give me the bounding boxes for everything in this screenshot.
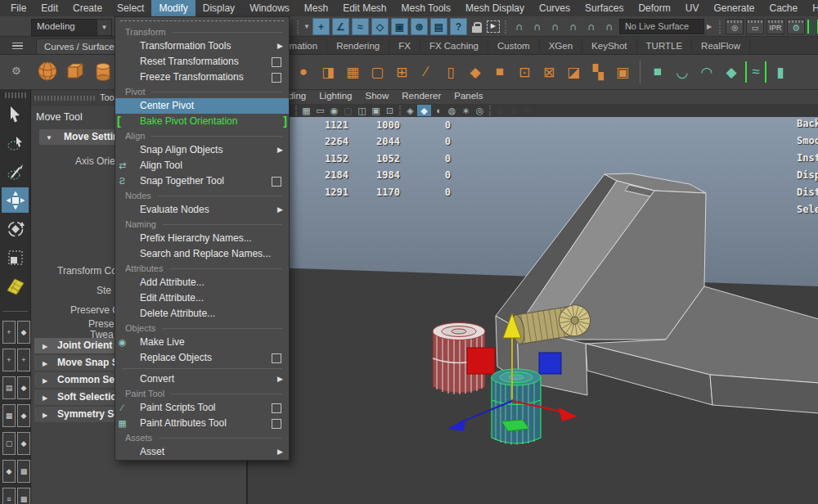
menubar-item-curves[interactable]: Curves (532, 0, 578, 16)
menubar-item-display[interactable]: Display (196, 0, 242, 16)
snap-icon[interactable]: ∩ (565, 20, 581, 33)
menu-item-snap-together-tool[interactable]: ƧSnap Together Tool (115, 173, 289, 189)
shelf-tab-fx-caching[interactable]: FX Caching (420, 38, 488, 53)
menubar-item-mesh-tools[interactable]: Mesh Tools (394, 0, 458, 16)
viewport-toolbar-icon[interactable]: ▣ (369, 105, 383, 116)
menubar-item-generate[interactable]: Generate (706, 0, 762, 16)
viewport-panel[interactable]: ShadingLightingShowRendererPanels ◭+≈▦▭◉… (247, 90, 818, 504)
menu-item-freeze-transformations[interactable]: Freeze Transformations (115, 70, 289, 85)
selection-mask-icon[interactable]: ⊛ (411, 18, 428, 35)
menubar-item-help[interactable]: Help (805, 0, 818, 16)
shelf-icon[interactable]: ◠ (696, 61, 717, 83)
red-face-patch[interactable] (467, 348, 495, 374)
option-box[interactable] (272, 419, 281, 429)
menu-item-edit-attribute[interactable]: Edit Attribute... (115, 290, 289, 306)
option-box[interactable] (272, 57, 281, 67)
shelf-icon[interactable]: ≈ (745, 61, 766, 83)
menu-item-transformation-tools[interactable]: Transformation Tools▶ (115, 38, 289, 54)
status-dropdown-arrow[interactable]: ▼ (303, 23, 310, 30)
viewport-toolbar-icon[interactable]: ⊡ (383, 105, 397, 116)
menu-item-reset-transformations[interactable]: Reset Transformations (115, 54, 289, 70)
menu-item-paint-attributes-tool[interactable]: ▦Paint Attributes Tool (115, 416, 289, 431)
move-tool[interactable] (2, 187, 29, 213)
shelf-tab-xgen[interactable]: XGen (540, 38, 582, 53)
shelf-tab-keyshot[interactable]: KeyShot (582, 38, 636, 53)
shelf-tab-realflow[interactable]: RealFlow (692, 38, 750, 53)
option-box[interactable] (272, 177, 281, 187)
scale-tool[interactable] (2, 245, 29, 270)
viewport-3d-scene[interactable]: 1121100002264204401152105202184198401291… (248, 117, 818, 504)
toolbox-drag-handle[interactable] (5, 92, 26, 98)
snap-icon[interactable]: ∩ (529, 20, 545, 33)
viewport-toolbar-icon[interactable]: ◖ (431, 105, 445, 116)
viewport-toolbar-icon[interactable]: ◌ (507, 105, 521, 116)
shelf-tab-turtle[interactable]: TURTLE (637, 38, 693, 53)
menu-item-evaluate-nodes[interactable]: Evaluate Nodes▶ (115, 202, 289, 218)
shelf-icon[interactable]: ⊞ (391, 61, 412, 83)
menubar-item-windows[interactable]: Windows (242, 0, 297, 16)
quick-layout-button[interactable]: + (2, 349, 16, 371)
viewport-menu-lighting[interactable]: Lighting (319, 91, 352, 101)
status-overflow-arrow[interactable]: ▶ (707, 23, 712, 30)
menu-item-paint-scripts-tool[interactable]: ∕Paint Scripts Tool (115, 400, 289, 416)
option-box[interactable] (272, 73, 281, 83)
sidebar-toggle-icon[interactable] (807, 20, 818, 34)
render-view-icon[interactable]: ◎ (726, 19, 744, 34)
shelf-icon[interactable]: ◪ (563, 61, 584, 83)
menubar-item-uv[interactable]: UV (678, 0, 707, 16)
shelf-tab-curves-surfaces[interactable]: Curves / Surfaces (36, 38, 127, 54)
shelf-icon[interactable]: ⊡ (514, 61, 535, 83)
quick-layout-button[interactable]: ◆ (17, 432, 30, 455)
selection-mask-icon[interactable]: ▤ (430, 18, 447, 35)
lasso-select-tool[interactable] (2, 130, 29, 155)
viewport-toolbar-icon[interactable]: ▢ (341, 105, 355, 116)
rotate-tool[interactable] (2, 216, 29, 241)
menubar-item-modify[interactable]: Modify (151, 0, 195, 16)
quick-layout-button[interactable]: ▢ (2, 432, 16, 455)
option-box[interactable] (272, 353, 281, 363)
shelf-icon[interactable]: ▦ (342, 61, 363, 83)
selection-mask-icon[interactable]: + (312, 18, 330, 35)
last-tool-used[interactable] (2, 273, 29, 299)
viewport-toolbar-icon[interactable]: ◌ (521, 105, 535, 116)
menu-item-convert[interactable]: Convert▶ (115, 371, 289, 387)
selection-mask-icon[interactable]: ≈ (352, 18, 369, 35)
menu-item-replace-objects[interactable]: Replace Objects (115, 350, 289, 366)
menubar-item-select[interactable]: Select (110, 0, 151, 16)
shelf-icon[interactable]: ▢ (366, 61, 388, 83)
menu-item-delete-attribute[interactable]: Delete Attribute... (115, 306, 289, 322)
selection-mask-icon[interactable]: ▣ (391, 18, 408, 35)
snap-icon[interactable]: ∩ (511, 20, 527, 33)
viewport-toolbar-icon[interactable]: ◎ (473, 105, 487, 116)
quick-layout-button[interactable]: ◆ (17, 321, 30, 344)
menubar-item-create[interactable]: Create (65, 0, 110, 16)
quick-layout-button[interactable]: ▦ (2, 404, 16, 427)
menu-item-search-and-replace-names[interactable]: Search and Replace Names... (115, 246, 289, 262)
menu-set-selector[interactable]: Modeling (31, 19, 101, 36)
menu-item-add-attribute[interactable]: Add Attribute... (115, 275, 289, 290)
viewport-toolbar-icon[interactable]: ◈ (403, 105, 417, 116)
shelf-icon[interactable]: ■ (647, 61, 668, 83)
quick-layout-button[interactable]: + (2, 321, 16, 344)
nurbs-cylinder-icon[interactable] (92, 60, 115, 83)
shelf-icon[interactable]: ▮ (770, 61, 791, 83)
viewport-toolbar-icon[interactable]: ◌ (493, 105, 507, 116)
nurbs-cube-icon[interactable] (64, 60, 87, 83)
shelf-icon[interactable]: ● (293, 61, 314, 83)
menubar-item-mesh[interactable]: Mesh (297, 0, 335, 16)
viewport-toolbar-icon[interactable]: ◆ (417, 105, 431, 116)
menubar-item-deform[interactable]: Deform (631, 0, 677, 16)
render-settings-icon[interactable]: ⚙ (787, 19, 805, 34)
snap-icon[interactable]: ∩ (583, 20, 599, 33)
viewport-toolbar-icon[interactable]: ▭ (313, 105, 327, 116)
shelf-tab-custom[interactable]: Custom (488, 38, 540, 53)
menu-item-make-live[interactable]: ◉Make Live (115, 335, 289, 350)
live-surface-field[interactable]: No Live Surface (619, 19, 704, 34)
menu-set-dropdown-arrow[interactable]: ▼ (97, 19, 112, 36)
viewport-menu-panels[interactable]: Panels (454, 91, 483, 101)
menu-item-snap-align-objects[interactable]: Snap Align Objects▶ (115, 142, 289, 158)
shelf-icon[interactable]: ◨ (317, 61, 339, 83)
menu-item-bake-pivot-orientation[interactable]: []Bake Pivot Orientation (115, 114, 289, 129)
shelf-icon[interactable]: ⊠ (538, 61, 560, 83)
menubar-item-edit[interactable]: Edit (34, 0, 65, 16)
